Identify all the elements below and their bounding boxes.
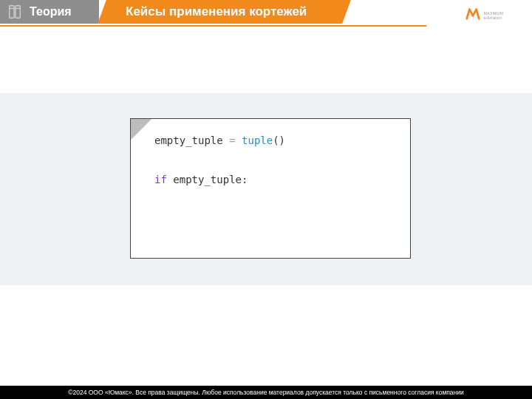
code-token-fn: tuple	[242, 134, 273, 146]
code-token-paren: ()	[273, 134, 285, 146]
code-box: empty_tuple = tuple() if empty_tuple:	[130, 118, 411, 259]
code-token-colon: :	[242, 174, 248, 185]
folded-corner-icon	[131, 119, 153, 141]
logo-mark-icon	[465, 5, 481, 21]
code-token-kw: if	[154, 174, 167, 185]
orange-cap-left	[98, 0, 124, 24]
svg-rect-1	[16, 6, 20, 18]
header: Теория Кейсы применения кортежей MAXIMUM…	[0, 0, 532, 30]
header-title: Кейсы применения кортежей	[126, 4, 307, 19]
footer: ©2024 ООО «Юмакс». Все права защищены. Л…	[0, 386, 532, 399]
code-token-id: empty_tuple	[154, 134, 223, 146]
footer-text: ©2024 ООО «Юмакс». Все права защищены. Л…	[68, 389, 464, 396]
book-icon	[4, 1, 25, 22]
code-content: empty_tuple = tuple() if empty_tuple:	[154, 131, 285, 190]
code-token-op: =	[229, 134, 235, 146]
header-gray-label: Теория	[30, 5, 72, 18]
logo: MAXIMUM education	[436, 0, 532, 27]
orange-cap-right	[325, 0, 352, 24]
header-orange-tab: Кейсы применения кортежей	[111, 0, 338, 24]
logo-text: MAXIMUM education	[484, 7, 503, 20]
code-token-id: empty_tuple	[173, 174, 242, 185]
header-gray-tab: Теория	[0, 0, 99, 24]
logo-sub: education	[484, 16, 503, 20]
logo-word: MAXIMUM	[484, 11, 503, 16]
svg-rect-0	[10, 6, 14, 18]
slide: Теория Кейсы применения кортежей MAXIMUM…	[0, 0, 532, 399]
